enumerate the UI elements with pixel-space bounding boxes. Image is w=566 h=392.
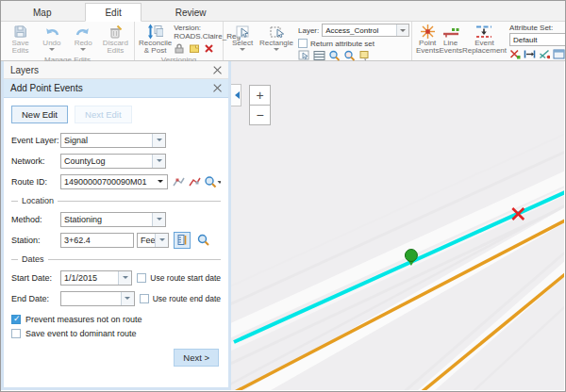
end-date-label: End Date: [11, 294, 60, 303]
discard-edits-button[interactable]: Discard Edits [99, 24, 132, 56]
ribbon-body: Save Edits Undo Redo [1, 22, 565, 61]
end-date-dropdown-arrow[interactable] [121, 292, 134, 305]
tab-review[interactable]: Review [157, 4, 225, 21]
changes-note-icon[interactable] [189, 42, 200, 54]
delete-version-icon[interactable] [204, 43, 214, 54]
return-attribute-set-checkbox[interactable] [298, 39, 308, 48]
redo-button[interactable]: Redo [68, 24, 99, 54]
method-label: Method: [11, 215, 60, 224]
next-button[interactable]: Next > [174, 349, 219, 367]
method-combobox[interactable]: Stationing [60, 212, 166, 227]
dates-section-divider: Dates [11, 254, 221, 264]
dock-panel: Layers Add Point Events New Edit Next Ed… [1, 61, 231, 390]
add-point-events-header: Add Point Events [4, 79, 228, 98]
undo-button[interactable]: Undo [36, 24, 67, 54]
map-zoom-control: + − [249, 85, 271, 125]
zoom-out-button[interactable]: − [249, 105, 271, 125]
start-date-input[interactable]: 1/1/2015 [60, 270, 132, 286]
line-events-icon [442, 24, 459, 40]
pick-route-icon[interactable] [172, 173, 186, 190]
network-combobox[interactable]: CountyLog [60, 154, 166, 169]
attribute-set-label: Attribute Set: [509, 24, 565, 32]
undo-dropdown-caret[interactable] [49, 48, 55, 54]
attributes-window-icon[interactable] [553, 49, 565, 59]
layer-label: Layer: [298, 26, 319, 35]
method-combobox-arrow[interactable] [152, 213, 165, 226]
point-events-icon [420, 24, 436, 40]
rectangle-tool-icon [269, 24, 285, 40]
tab-map[interactable]: Map [14, 4, 70, 21]
panel-title: Add Point Events [10, 83, 83, 93]
tab-edit[interactable]: Edit [85, 3, 141, 22]
network-combobox-arrow[interactable] [152, 155, 165, 168]
layer-combobox[interactable]: Access_Control [322, 24, 409, 37]
station-label: Station: [11, 236, 60, 245]
rectangle-button[interactable]: Rectangle [258, 24, 295, 54]
clear-selection-icon[interactable] [358, 50, 371, 61]
redo-icon [75, 24, 91, 40]
zoom-to-location-icon[interactable] [195, 232, 212, 249]
prevent-measures-label: Prevent measures not on route [25, 315, 142, 324]
event-replacement-icon [474, 24, 493, 40]
use-route-start-date-checkbox[interactable] [137, 273, 146, 283]
prevent-measures-checkbox[interactable] [11, 315, 21, 324]
event-layer-combobox[interactable]: Signal [60, 133, 166, 148]
next-edit-button[interactable]: Next Edit [75, 106, 132, 123]
select-dropdown-caret[interactable] [240, 48, 245, 54]
lock-icon[interactable] [174, 42, 185, 54]
group-selection: Select Rectangle Layer: Access_Control [224, 22, 412, 60]
return-attribute-set-label: Return attribute set [310, 40, 375, 48]
new-edit-button[interactable]: New Edit [11, 106, 68, 123]
start-date-dropdown-arrow[interactable] [118, 271, 131, 285]
pick-location-on-map-icon[interactable] [174, 232, 191, 249]
zoom-in-button[interactable]: + [249, 85, 271, 106]
reconcile-post-button[interactable]: Reconcile & Post [139, 24, 172, 56]
zoom-to-selection-icon[interactable] [328, 50, 341, 61]
line-events-button[interactable]: Line Events [439, 24, 461, 56]
point-events-button[interactable]: Point Events [416, 24, 439, 56]
use-route-end-date-checkbox[interactable] [140, 294, 149, 303]
layer-combobox-arrow[interactable] [396, 24, 408, 36]
trash-icon [108, 24, 123, 40]
zoom-to-route-icon[interactable] [204, 173, 221, 190]
select-button[interactable]: Select [227, 24, 258, 54]
group-versioning: Reconcile & Post Version: ROADS.Claire_R… [135, 22, 224, 60]
pick-route-on-map-icon[interactable] [188, 173, 202, 190]
route-id-label: Route ID: [11, 177, 60, 187]
end-date-input[interactable] [60, 291, 135, 306]
redo-dropdown-caret[interactable] [80, 48, 86, 54]
collapse-arrow-icon [231, 91, 240, 99]
select-features-icon[interactable] [298, 50, 310, 61]
station-unit-combobox[interactable]: Feet [137, 233, 169, 248]
layers-pane-title: Layers [10, 65, 39, 75]
save-dominant-checkbox[interactable] [11, 329, 21, 338]
station-input[interactable]: 3+62.4 [60, 233, 134, 248]
panel-close-icon[interactable] [213, 84, 222, 92]
save-edits-button[interactable]: Save Edits [5, 24, 36, 56]
panel-collapse-tab[interactable] [231, 84, 241, 106]
attribute-set-combobox[interactable]: Default [509, 33, 565, 46]
attribute-table-icon[interactable] [313, 50, 325, 61]
route-id-combobox[interactable]: 14900000700090M01 [60, 174, 168, 189]
location-section-divider: Location [11, 196, 221, 205]
trim-event-icon[interactable] [539, 49, 550, 59]
route-id-combobox-arrow[interactable] [154, 177, 167, 186]
merge-event-icon[interactable] [524, 49, 536, 59]
pan-to-selection-icon[interactable] [343, 50, 356, 61]
map-canvas [231, 61, 564, 390]
network-label: Network: [11, 156, 60, 166]
map-view[interactable]: + − [231, 61, 564, 390]
event-layer-combobox-arrow[interactable] [152, 134, 165, 147]
use-route-end-date-label: Use route end date [153, 294, 221, 303]
layers-close-icon[interactable] [213, 66, 222, 74]
undo-icon [44, 24, 59, 40]
app-window: Map Edit Review Save Edits Undo [0, 0, 566, 392]
station-unit-combobox-arrow[interactable] [155, 234, 168, 247]
save-dominant-label: Save event to dominant route [25, 329, 137, 338]
use-route-start-date-label: Use route start date [150, 273, 221, 283]
rectangle-dropdown-caret[interactable] [274, 48, 279, 54]
split-event-icon[interactable] [509, 49, 521, 59]
group-manage-edits: Save Edits Undo Redo [1, 22, 135, 60]
event-replacement-button[interactable]: Event Replacement [462, 24, 507, 56]
ribbon-tabs: Map Edit Review [1, 1, 565, 22]
